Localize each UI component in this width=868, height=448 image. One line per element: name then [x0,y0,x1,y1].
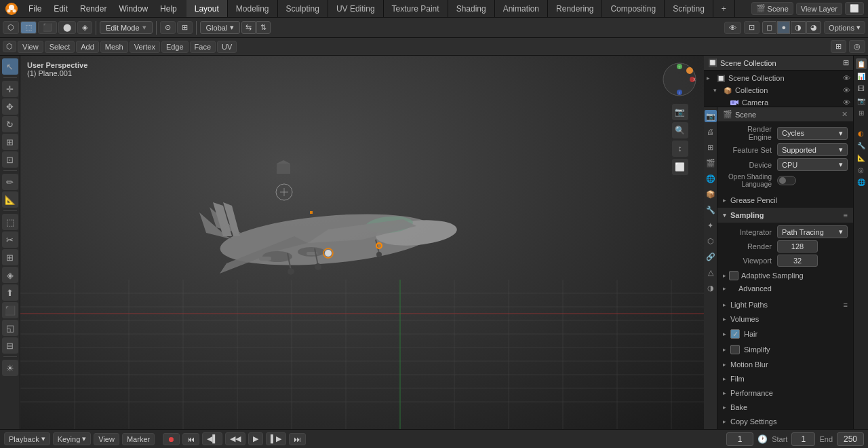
hair-section[interactable]: ▸ ✓ Hair [717,326,853,342]
annotate-tool[interactable]: ✏ [2,174,18,190]
zoom-in-btn[interactable]: 🔍 [672,122,688,138]
light-paths-menu[interactable]: ≡ [844,301,848,309]
view-menu[interactable]: View [18,41,43,53]
performance-section[interactable]: ▸ Performance [717,386,853,400]
right-toolbar-icon5[interactable]: ⊞ [856,107,867,118]
tab-layout[interactable]: Layout [186,0,228,17]
tab-compositing[interactable]: Compositing [602,0,665,17]
menu-edit[interactable]: Edit [48,3,73,15]
menu-render[interactable]: Render [75,3,112,15]
prop-tab-output[interactable]: 🖨 [705,126,717,138]
viewport-bg[interactable]: Y X Z 📷 🔍 ↕ ⬜ [20,56,704,429]
proportional-btn[interactable]: ⊙ [160,21,176,34]
solid-btn[interactable]: ● [777,21,790,34]
film-section[interactable]: ▸ Film [717,372,853,386]
start-frame[interactable]: 1 [791,432,815,446]
prop-tab-render[interactable]: 📷 [705,110,717,122]
scene-prop-close[interactable]: ✕ [842,110,848,119]
tab-shading[interactable]: Shading [448,0,495,17]
right-toolbar-icon7[interactable]: 🔧 [856,140,867,151]
overlay-btn[interactable]: 👁 [724,22,741,34]
viewport[interactable]: User Perspective (1) Plane.001 [20,56,704,429]
cursor-tool[interactable]: ✛ [2,81,18,97]
hair-checkbox[interactable]: ✓ [730,329,740,339]
record-btn[interactable]: ⏺ [163,433,180,445]
prev-frame-btn[interactable]: ◀▌ [202,432,222,445]
simplify-section[interactable]: ▸ Simplify [717,342,853,358]
adaptive-checkbox[interactable] [729,271,738,280]
loop-cut-tool[interactable]: ⊞ [2,249,18,265]
xray-btn[interactable]: ⊡ [744,21,760,34]
zoom-out-btn[interactable]: ↕ [672,141,688,157]
scene-selector[interactable]: 🎬 Scene [751,2,793,15]
integrator-selector[interactable]: Path Tracing ▾ [777,225,848,238]
tab-modeling[interactable]: Modeling [228,0,278,17]
next-frame-btn[interactable]: ▌▶ [266,432,286,445]
right-toolbar-icon6[interactable]: ◐ [856,128,867,138]
select-box-btn[interactable]: ⬚ [20,21,37,34]
right-toolbar-icon3[interactable]: 🎞 [856,83,867,94]
end-frame[interactable]: 250 [837,432,864,446]
tree-collection[interactable]: ▾ 📦 Collection 👁 [711,84,853,96]
view-menu-timeline[interactable]: View [94,433,119,445]
sampling-menu-icon[interactable]: ≡ [844,211,848,219]
tree-scene-collection[interactable]: ▸ 🔲 Scene Collection 👁 [704,72,853,84]
move-tool[interactable]: ✥ [2,98,18,115]
playback-menu[interactable]: Playback ▾ [4,432,50,445]
right-toolbar-icon2[interactable]: 📊 [856,71,867,81]
scale-tool[interactable]: ⊞ [2,134,18,150]
options-btn[interactable]: Options ▾ [824,21,865,34]
current-frame[interactable]: 1 [726,432,753,446]
menu-window[interactable]: Window [113,3,153,15]
prop-tab-data[interactable]: △ [705,266,717,278]
right-toolbar-icon10[interactable]: 🌐 [856,176,867,187]
prop-tab-scene[interactable]: 🎬 [705,157,717,169]
bevel-tool[interactable]: ◱ [2,320,18,336]
zoom-camera-btn[interactable]: 📷 [672,104,688,120]
box-edit-tool[interactable]: ⬚ [2,214,18,230]
axis-y-btn[interactable]: ⇅ [256,21,271,34]
outliner-filter-btn[interactable]: ⊞ [843,58,849,67]
marker-menu[interactable]: Marker [122,433,155,445]
add-menu[interactable]: Add [76,41,99,53]
edge-menu[interactable]: Edge [161,41,189,53]
prop-tab-material[interactable]: ◑ [705,282,717,294]
tree-camera[interactable]: Camera 👁 [717,96,853,107]
tab-texture-paint[interactable]: Texture Paint [384,0,448,17]
feature-set-selector[interactable]: Supported ▾ [777,143,848,156]
tab-rendering[interactable]: Rendering [548,0,602,17]
mode-icon-btn[interactable]: ⬡ [3,21,19,34]
select-other-btn[interactable]: ⬛ [38,21,57,34]
mode-dot-icon[interactable]: ⬡ [3,41,16,52]
tree-eye-icon[interactable]: 👁 [843,74,850,82]
edit-mode-selector[interactable]: Edit Mode ▾ [100,21,153,34]
copy-settings-section[interactable]: ▸ Copy Settings [717,415,853,429]
render-engine-selector[interactable]: Cycles ▾ [777,127,848,140]
tree-eye-icon2[interactable]: 👁 [843,86,850,94]
adaptive-sampling-header[interactable]: ▸ Adaptive Sampling [723,269,848,282]
transform-tool[interactable]: ⊡ [2,151,18,168]
wireframe-btn[interactable]: ◻ [762,21,776,34]
bake-section[interactable]: ▸ Bake [717,400,853,415]
skip-end-btn[interactable]: ⏭ [289,433,306,445]
measure-tool[interactable]: 📐 [2,191,18,208]
rendered-btn[interactable]: ◕ [806,21,821,34]
vertex-menu[interactable]: Vertex [130,41,160,53]
play-reverse-btn[interactable]: ◀◀ [225,432,245,445]
camera-view-btn[interactable]: ⬜ [672,159,688,175]
axis-x-btn[interactable]: ⇆ [241,21,256,34]
tab-scripting[interactable]: Scripting [665,0,713,17]
right-toolbar-icon1[interactable]: 📋 [856,58,867,69]
uv-menu[interactable]: UV [217,41,237,53]
tab-uv-editing[interactable]: UV Editing [328,0,384,17]
tab-sculpting[interactable]: Sculpting [278,0,328,17]
inset-tool[interactable]: ⬛ [2,302,18,318]
fullscreen-btn[interactable]: ⬜ [845,2,864,15]
right-toolbar-icon4[interactable]: 📷 [856,95,867,106]
extrude-tool[interactable]: ⬆ [2,284,18,301]
prop-tab-particles[interactable]: ✦ [705,219,717,231]
open-shading-toggle[interactable] [777,176,796,185]
right-toolbar-icon9[interactable]: ◎ [856,164,867,175]
viewport-menu-btn[interactable]: ⊞ [831,40,846,53]
blender-logo[interactable] [4,1,19,16]
